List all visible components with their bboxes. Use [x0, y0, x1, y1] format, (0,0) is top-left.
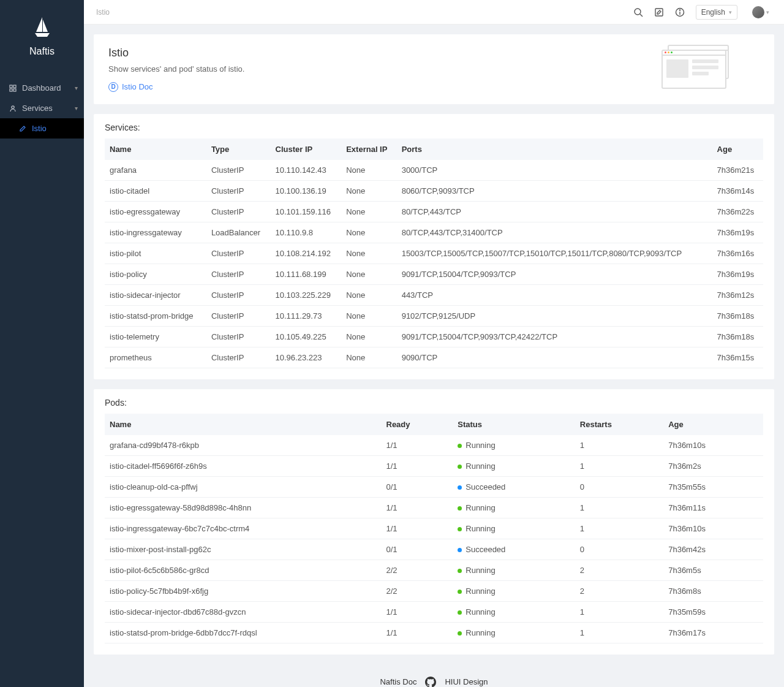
table-row[interactable]: istio-ingressgatewayLoadBalancer10.110.9… — [105, 222, 763, 243]
table-row[interactable]: istio-telemetryClusterIP10.105.49.225Non… — [105, 326, 763, 347]
table-header-row: Name Type Cluster IP External IP Ports A… — [105, 139, 763, 160]
cell-ready: 0/1 — [382, 539, 453, 560]
cell-ports: 3000/TCP — [397, 160, 712, 181]
table-row[interactable]: istio-cleanup-old-ca-pffwj0/1Succeeded07… — [105, 476, 763, 497]
table-row[interactable]: istio-citadelClusterIP10.100.136.19None8… — [105, 180, 763, 201]
istio-doc-link[interactable]: D Istio Doc — [108, 82, 153, 92]
col-ready[interactable]: Ready — [382, 414, 453, 435]
edit-icon[interactable] — [654, 7, 664, 17]
table-row[interactable]: istio-citadel-ff5696f6f-z6h9s1/1Running1… — [105, 455, 763, 476]
breadcrumb-item: Istio — [96, 8, 110, 17]
table-row[interactable]: istio-statsd-prom-bridge-6dbb7dcc7f-rdqs… — [105, 622, 763, 643]
page-description: Show services' and pod' status of istio. — [108, 64, 637, 74]
cell-cluster-ip: 10.111.68.199 — [271, 264, 342, 284]
cell-ready: 0/1 — [382, 476, 453, 497]
language-select[interactable]: English ▾ — [696, 5, 737, 20]
naftis-doc-link[interactable]: Naftis Doc — [380, 677, 417, 686]
table-row[interactable]: istio-pilotClusterIP10.108.214.192None15… — [105, 243, 763, 264]
cell-name: istio-sidecar-injector-dbd67c88d-gvzcn — [105, 601, 382, 622]
svg-point-5 — [635, 9, 641, 15]
cell-status: Succeeded — [453, 539, 575, 560]
status-label: Running — [466, 503, 495, 512]
sidebar-item-dashboard[interactable]: Dashboard▾ — [0, 78, 84, 98]
user-menu[interactable]: ▾ — [748, 6, 769, 18]
cell-type: LoadBalancer — [206, 222, 271, 243]
cell-age: 7h36m14s — [712, 180, 763, 201]
cell-status: Running — [453, 518, 575, 539]
col-name[interactable]: Name — [105, 139, 206, 160]
cell-name: istio-pilot-6c5c6b586c-gr8cd — [105, 560, 382, 580]
table-row[interactable]: istio-policy-5c7fbb4b9f-x6fjg2/2Running2… — [105, 580, 763, 601]
cell-name: istio-policy — [105, 264, 206, 284]
col-external-ip[interactable]: External IP — [341, 139, 396, 160]
col-age[interactable]: Age — [712, 139, 763, 160]
sidebar-item-services[interactable]: Services▾ — [0, 98, 84, 118]
hiui-design-link[interactable]: HIUI Design — [445, 677, 488, 686]
col-name[interactable]: Name — [105, 414, 382, 435]
col-restarts[interactable]: Restarts — [575, 414, 663, 435]
cell-cluster-ip: 10.108.214.192 — [271, 243, 342, 264]
table-row[interactable]: istio-statsd-prom-bridgeClusterIP10.111.… — [105, 305, 763, 326]
app-name: Naftis — [0, 46, 84, 57]
col-ports[interactable]: Ports — [397, 139, 712, 160]
table-row[interactable]: istio-egressgatewayClusterIP10.101.159.1… — [105, 201, 763, 222]
table-row[interactable]: istio-egressgateway-58d98d898c-4h8nn1/1R… — [105, 497, 763, 518]
pods-title: Pods: — [94, 389, 774, 414]
cell-age: 7h36m12s — [712, 284, 763, 305]
cell-restarts: 2 — [575, 560, 663, 580]
cell-type: ClusterIP — [206, 160, 271, 181]
users-icon — [9, 105, 17, 112]
col-status[interactable]: Status — [453, 414, 575, 435]
table-row[interactable]: istio-mixer-post-install-pg62c0/1Succeed… — [105, 539, 763, 560]
status-dot-icon — [458, 465, 462, 469]
status-dot-icon — [458, 444, 462, 448]
cell-ready: 1/1 — [382, 497, 453, 518]
col-type[interactable]: Type — [206, 139, 271, 160]
table-row[interactable]: istio-sidecar-injectorClusterIP10.103.22… — [105, 284, 763, 305]
cell-status: Running — [453, 455, 575, 476]
cell-age: 7h36m8s — [663, 580, 763, 601]
status-dot-icon — [458, 590, 462, 594]
search-icon[interactable] — [633, 7, 643, 17]
github-icon[interactable] — [425, 677, 436, 688]
cell-name: istio-ingressgateway — [105, 222, 206, 243]
svg-point-10 — [679, 9, 680, 10]
svg-line-6 — [640, 14, 643, 17]
col-cluster-ip[interactable]: Cluster IP — [271, 139, 342, 160]
doc-icon: D — [108, 82, 118, 92]
sidebar: Naftis Dashboard▾Services▾ Istio — [0, 0, 84, 687]
table-row[interactable]: grafana-cd99bf478-r6kpb1/1Running17h36m1… — [105, 435, 763, 456]
cell-age: 7h36m11s — [663, 497, 763, 518]
table-row[interactable]: istio-pilot-6c5c6b586c-gr8cd2/2Running27… — [105, 560, 763, 580]
status-dot-icon — [458, 631, 462, 636]
table-row[interactable]: istio-sidecar-injector-dbd67c88d-gvzcn1/… — [105, 601, 763, 622]
status-label: Succeeded — [466, 545, 505, 554]
cell-age: 7h36m18s — [712, 305, 763, 326]
cell-age: 7h36m21s — [712, 160, 763, 181]
table-row[interactable]: istio-ingressgateway-6bc7c7c4bc-ctrm41/1… — [105, 518, 763, 539]
col-age[interactable]: Age — [663, 414, 763, 435]
cell-ports: 8060/TCP,9093/TCP — [397, 180, 712, 201]
cell-ready: 1/1 — [382, 622, 453, 643]
table-row[interactable]: prometheusClusterIP10.96.23.223None9090/… — [105, 347, 763, 368]
cell-age: 7h36m10s — [663, 435, 763, 456]
cell-external-ip: None — [341, 305, 396, 326]
cell-external-ip: None — [341, 284, 396, 305]
cell-ports: 9091/TCP,15004/TCP,9093/TCP — [397, 264, 712, 284]
status-dot-icon — [458, 610, 462, 615]
cell-age: 7h36m10s — [663, 518, 763, 539]
cell-restarts: 1 — [575, 601, 663, 622]
hero-illustration — [637, 47, 760, 92]
cell-type: ClusterIP — [206, 243, 271, 264]
cell-external-ip: None — [341, 347, 396, 368]
cell-status: Running — [453, 560, 575, 580]
table-row[interactable]: istio-policyClusterIP10.111.68.199None90… — [105, 264, 763, 284]
sidebar-item-istio[interactable]: Istio — [0, 118, 84, 139]
cell-cluster-ip: 10.101.159.116 — [271, 201, 342, 222]
table-row[interactable]: grafanaClusterIP10.110.142.43None3000/TC… — [105, 160, 763, 181]
cell-name: prometheus — [105, 347, 206, 368]
cell-name: istio-sidecar-injector — [105, 284, 206, 305]
cell-cluster-ip: 10.110.142.43 — [271, 160, 342, 181]
cell-status: Succeeded — [453, 476, 575, 497]
info-icon[interactable] — [675, 7, 685, 17]
